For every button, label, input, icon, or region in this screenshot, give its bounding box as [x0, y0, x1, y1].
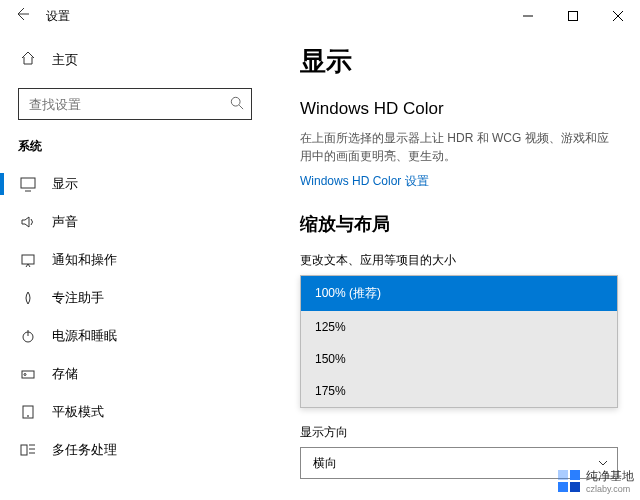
svg-point-8: [28, 416, 29, 417]
minimize-button[interactable]: [505, 0, 550, 32]
nav-label: 多任务处理: [52, 441, 117, 459]
hd-color-title: Windows HD Color: [300, 99, 618, 119]
hd-color-description: 在上面所选择的显示器上让 HDR 和 WCG 视频、游戏和应用中的画面更明亮、更…: [300, 129, 618, 165]
sidebar-item-sound[interactable]: 声音: [0, 203, 270, 241]
home-nav[interactable]: 主页: [0, 42, 270, 78]
nav-label: 显示: [52, 175, 78, 193]
svg-rect-9: [21, 445, 27, 455]
sidebar-item-display[interactable]: 显示: [0, 165, 270, 203]
orientation-label: 显示方向: [300, 424, 618, 441]
scale-option-175[interactable]: 175%: [301, 375, 617, 407]
svg-rect-3: [22, 255, 34, 264]
window-title: 设置: [46, 8, 70, 25]
watermark-name: 纯净基地: [586, 469, 634, 483]
close-button[interactable]: [595, 0, 640, 32]
home-icon: [20, 50, 36, 70]
sidebar-item-storage[interactable]: 存储: [0, 355, 270, 393]
home-label: 主页: [52, 51, 78, 69]
power-icon: [20, 328, 36, 344]
display-icon: [20, 176, 36, 192]
sidebar-item-multitask[interactable]: 多任务处理: [0, 431, 270, 469]
sound-icon: [20, 214, 36, 230]
back-icon[interactable]: [14, 6, 30, 26]
watermark: 纯净基地 czlaby.com: [558, 468, 634, 494]
svg-rect-2: [21, 178, 35, 188]
nav-label: 专注助手: [52, 289, 104, 307]
svg-rect-0: [568, 12, 577, 21]
sidebar-item-power[interactable]: 电源和睡眠: [0, 317, 270, 355]
watermark-logo-icon: [558, 470, 580, 492]
nav-label: 通知和操作: [52, 251, 117, 269]
search-input[interactable]: [18, 88, 252, 120]
sidebar-item-focus[interactable]: 专注助手: [0, 279, 270, 317]
scale-section-title: 缩放与布局: [300, 212, 618, 236]
sidebar-item-notifications[interactable]: 通知和操作: [0, 241, 270, 279]
hd-color-link[interactable]: Windows HD Color 设置: [300, 173, 429, 190]
storage-icon: [20, 366, 36, 382]
section-label: 系统: [0, 134, 270, 165]
notification-icon: [20, 252, 36, 268]
tablet-icon: [20, 404, 36, 420]
nav-label: 存储: [52, 365, 78, 383]
watermark-url: czlaby.com: [586, 485, 634, 494]
focus-icon: [20, 290, 36, 306]
maximize-button[interactable]: [550, 0, 595, 32]
orientation-value: 横向: [313, 455, 337, 472]
nav-label: 声音: [52, 213, 78, 231]
nav-label: 平板模式: [52, 403, 104, 421]
multitask-icon: [20, 442, 36, 458]
page-title: 显示: [300, 44, 618, 79]
scale-option-125[interactable]: 125%: [301, 311, 617, 343]
search-icon: [230, 96, 244, 114]
svg-point-1: [231, 97, 240, 106]
nav-label: 电源和睡眠: [52, 327, 117, 345]
scale-option-100[interactable]: 100% (推荐): [301, 276, 617, 311]
scale-option-150[interactable]: 150%: [301, 343, 617, 375]
scale-dropdown[interactable]: 100% (推荐) 125% 150% 175%: [300, 275, 618, 408]
sidebar-item-tablet[interactable]: 平板模式: [0, 393, 270, 431]
scale-field-label: 更改文本、应用等项目的大小: [300, 252, 618, 269]
svg-point-6: [24, 374, 26, 376]
